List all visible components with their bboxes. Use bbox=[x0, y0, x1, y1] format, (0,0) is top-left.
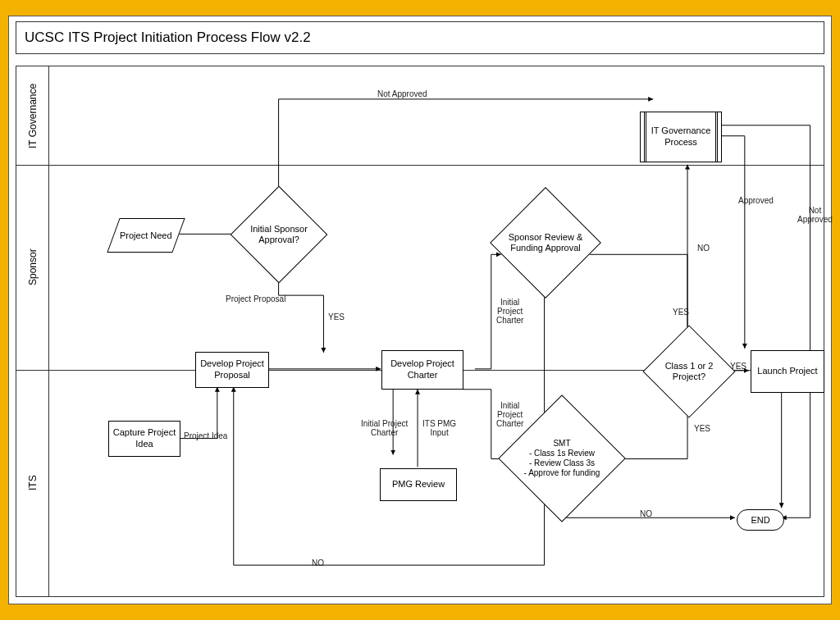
edge-label-its-pmg-input: ITS PMG Input bbox=[422, 419, 456, 437]
node-label: Initial Sponsor Approval? bbox=[234, 217, 324, 253]
node-label: Sponsor Review & Funding Approval bbox=[496, 223, 595, 262]
node-pmg-review: PMG Review bbox=[380, 468, 457, 501]
lane-label-its: ITS bbox=[16, 370, 49, 596]
edge-label-yes-3: YES bbox=[694, 424, 710, 433]
node-develop-proposal: Develop Project Proposal bbox=[195, 352, 269, 388]
node-label: Develop Project Charter bbox=[386, 358, 459, 381]
edge-label-no-1: NO bbox=[697, 244, 710, 253]
page-title: UCSC ITS Project Initiation Process Flow… bbox=[25, 30, 311, 46]
edge-label-no-2: NO bbox=[640, 509, 652, 518]
edge-label-initial-charter-2: Initial Project Charter bbox=[496, 401, 523, 428]
lane-label-sponsor: Sponsor bbox=[16, 165, 49, 370]
edge-label-yes-1: YES bbox=[328, 312, 345, 321]
node-project-need: Project Need bbox=[107, 218, 185, 253]
node-label: SMT - Class 1s Review - Review Class 3s … bbox=[504, 431, 619, 486]
node-label: Capture Project Idea bbox=[112, 427, 176, 450]
node-label: Develop Project Proposal bbox=[199, 358, 265, 381]
edge-label-not-approved-2: Not Approved bbox=[797, 206, 833, 224]
node-it-governance-process: IT Governance Process bbox=[640, 112, 722, 162]
swimlane-frame: IT Governance Sponsor ITS bbox=[16, 66, 824, 597]
node-label: END bbox=[751, 515, 769, 525]
edge-label-project-idea: Project Idea bbox=[184, 431, 227, 440]
edge-label-project-proposal: Project Proposal bbox=[226, 294, 285, 303]
edge-label-initial-charter-1: Initial Project Charter bbox=[496, 298, 523, 325]
node-label: Project Need bbox=[120, 230, 172, 240]
edge-label-no-3: NO bbox=[312, 558, 324, 568]
edge-label-initial-charter-3: Initial Project Charter bbox=[361, 419, 408, 437]
lane-label-governance: IT Governance bbox=[16, 66, 49, 165]
edge-label-approved: Approved bbox=[738, 196, 774, 205]
node-launch-project: Launch Project bbox=[751, 350, 824, 393]
node-capture-idea: Capture Project Idea bbox=[108, 421, 180, 457]
node-end: END bbox=[737, 509, 784, 531]
diagram-canvas: IT Governance Process Project Need Initi… bbox=[49, 66, 824, 596]
node-label: PMG Review bbox=[392, 479, 445, 490]
edge-label-yes-2: YES bbox=[673, 308, 689, 317]
node-label: IT Governance Process bbox=[644, 125, 718, 148]
node-develop-charter: Develop Project Charter bbox=[381, 350, 463, 390]
node-label: Class 1 or 2 Project? bbox=[650, 355, 728, 388]
title-bar: UCSC ITS Project Initiation Process Flow… bbox=[16, 21, 824, 54]
lane-header-column: IT Governance Sponsor ITS bbox=[16, 66, 49, 596]
node-label: Launch Project bbox=[757, 366, 817, 377]
edge-label-not-approved: Not Approved bbox=[377, 89, 427, 98]
edge-label-yes-4: YES bbox=[730, 362, 746, 371]
page: UCSC ITS Project Initiation Process Flow… bbox=[8, 16, 832, 604]
